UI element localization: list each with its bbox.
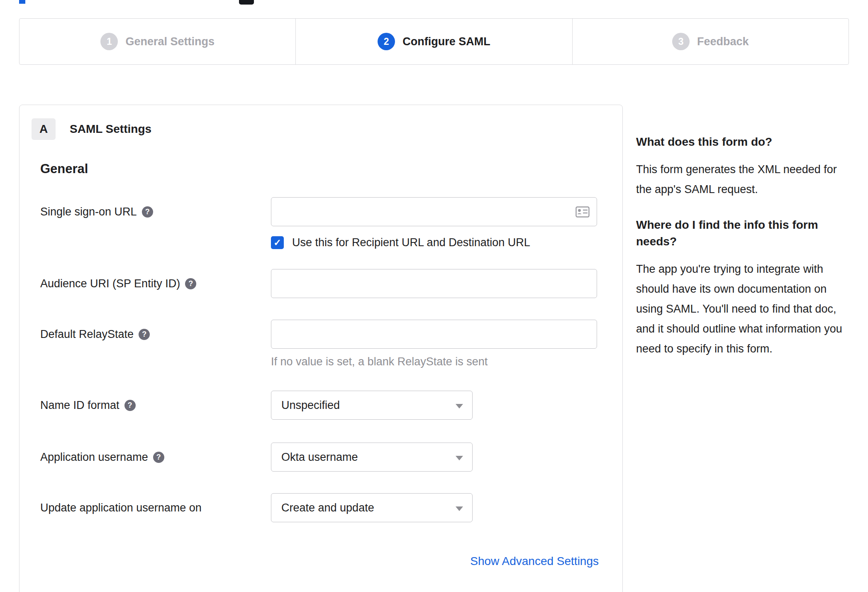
step-3-label: Feedback [697,35,749,48]
help-icon[interactable]: ? [185,278,196,289]
step-2-label: Configure SAML [402,35,490,48]
field-row-default-relaystate: Default RelayState ? If no value is set,… [40,320,610,368]
general-section-heading: General [40,161,610,176]
help-icon[interactable]: ? [139,329,150,340]
field-label: Name ID format [40,398,119,412]
step-feedback[interactable]: 3 Feedback [572,19,848,64]
field-row-name-id-format: Name ID format ? Unspecified [40,391,610,420]
relaystate-hint: If no value is set, a blank RelayState i… [271,355,599,368]
field-label: Default RelayState [40,327,134,341]
field-label-group: Single sign-on URL ? [40,197,271,249]
application-username-value: Okta username [281,451,358,464]
recipient-url-check-row: ✓ Use this for Recipient URL and Destina… [271,236,599,249]
name-id-format-select[interactable]: Unspecified [271,391,473,420]
field-label-group: Audience URI (SP Entity ID) ? [40,269,271,298]
panel-header: A SAML Settings [32,118,610,140]
field-input-group: Create and update [271,493,599,522]
recipient-url-checkbox[interactable]: ✓ [271,236,284,249]
update-username-on-value: Create and update [281,501,374,514]
field-label: Update application username on [40,501,202,515]
default-relaystate-input[interactable] [271,320,597,349]
recipient-url-checkbox-label: Use this for Recipient URL and Destinati… [292,236,530,249]
sidebar-heading-1: What does this form do? [636,134,850,150]
chevron-down-icon [456,404,463,409]
audience-uri-input[interactable] [271,269,597,298]
single-sign-on-url-wrap [271,197,597,226]
saml-settings-panel: A SAML Settings General Single sign-on U… [19,105,623,592]
help-icon[interactable]: ? [153,452,164,463]
update-username-on-select[interactable]: Create and update [271,493,473,522]
field-label-group: Update application username on [40,493,271,522]
wizard-stepper: 1 General Settings 2 Configure SAML 3 Fe… [19,18,849,65]
advanced-settings-row: Show Advanced Settings [40,555,599,568]
name-id-format-value: Unspecified [281,399,340,412]
panel-title: SAML Settings [70,122,151,136]
field-row-audience-uri: Audience URI (SP Entity ID) ? [40,269,610,298]
sidebar-heading-2: Where do I find the info this form needs… [636,217,850,250]
field-label: Single sign-on URL [40,205,137,219]
single-sign-on-url-input[interactable] [271,197,597,226]
clipped-page-title-fragment [19,0,25,4]
field-row-update-username-on: Update application username on Create an… [40,493,610,522]
sidebar-body-1: This form generates the XML needed for t… [636,159,850,199]
application-username-select[interactable]: Okta username [271,443,473,472]
step-general-settings[interactable]: 1 General Settings [20,19,295,64]
clipped-header-icon-fragment [239,0,254,5]
field-label-group: Name ID format ? [40,391,271,420]
help-icon[interactable]: ? [142,206,153,218]
help-icon[interactable]: ? [124,400,136,411]
sidebar-body-2: The app you're trying to integrate with … [636,259,850,359]
step-1-label: General Settings [125,35,215,48]
field-input-group: ✓ Use this for Recipient URL and Destina… [271,197,599,249]
step-configure-saml[interactable]: 2 Configure SAML [295,19,572,64]
field-row-application-username: Application username ? Okta username [40,443,610,472]
step-1-circle: 1 [100,33,118,50]
field-label-group: Default RelayState ? [40,320,271,368]
step-3-circle: 3 [672,33,690,50]
step-2-circle: 2 [378,33,395,50]
field-label: Application username [40,450,148,464]
field-label: Audience URI (SP Entity ID) [40,276,180,291]
saml-wizard-page: 1 General Settings 2 Configure SAML 3 Fe… [0,0,868,592]
contact-card-icon [575,206,590,218]
field-row-single-sign-on-url: Single sign-on URL ? ✓ Use this f [40,197,610,249]
chevron-down-icon [456,506,463,511]
field-input-group [271,269,599,298]
field-input-group: Okta username [271,443,599,472]
field-input-group: If no value is set, a blank RelayState i… [271,320,599,368]
field-input-group: Unspecified [271,391,599,420]
show-advanced-settings-link[interactable]: Show Advanced Settings [470,555,599,568]
chevron-down-icon [456,456,463,460]
section-a-badge: A [32,118,56,140]
field-label-group: Application username ? [40,443,271,472]
help-sidebar: What does this form do? This form genera… [636,134,850,376]
